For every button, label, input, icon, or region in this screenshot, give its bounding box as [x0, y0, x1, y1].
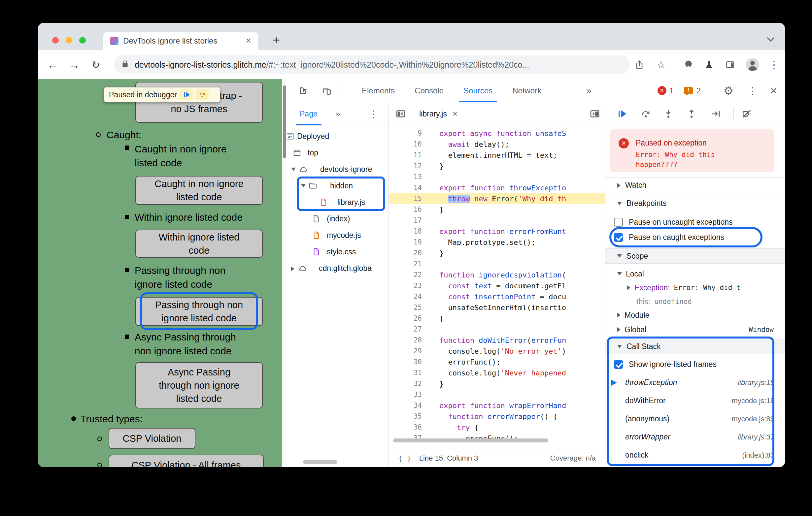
bookmark-star-icon[interactable]: ☆: [654, 50, 668, 79]
labs-flask-icon[interactable]: [702, 50, 716, 79]
code-line-36[interactable]: 36 try {: [389, 422, 605, 433]
line-number[interactable]: 26: [389, 313, 422, 324]
line-number[interactable]: 12: [389, 161, 422, 172]
line-number[interactable]: 29: [389, 346, 422, 357]
line-number[interactable]: 13: [389, 172, 422, 182]
file-tab-close-icon[interactable]: ✕: [452, 110, 458, 118]
callstack-frame-dowitherror[interactable]: doWithErrormycode.js:18: [605, 392, 785, 410]
pause-uncaught-exceptions-row[interactable]: Pause on uncaught exceptions: [605, 215, 785, 229]
collapse-navigator-icon[interactable]: [394, 107, 408, 121]
code-line-19[interactable]: 19 Map.prototype.set();: [389, 237, 605, 248]
code-line-22[interactable]: 22function ignoredcspviolation(: [389, 270, 605, 280]
device-toolbar-icon[interactable]: [320, 84, 334, 98]
code-line-17[interactable]: 17: [389, 215, 605, 226]
code-line-16[interactable]: 16}: [389, 204, 605, 215]
forward-button[interactable]: →: [67, 50, 82, 79]
page-button-within-ignore-listed-code[interactable]: Within ignore listedcode: [135, 230, 263, 258]
callstack-frame--anonymous-[interactable]: (anonymous)mycode.js:89: [605, 410, 785, 428]
navigator-hscrollbar-thumb[interactable]: [303, 460, 337, 464]
line-number[interactable]: 34: [389, 400, 422, 411]
line-number[interactable]: 23: [389, 280, 422, 291]
page-button-passing-through-non-ignore-listed-code[interactable]: Passing through nonignore listed code: [135, 297, 263, 326]
line-number[interactable]: 24: [389, 291, 422, 302]
code-line-33[interactable]: 33: [389, 389, 605, 400]
zoom-window-button[interactable]: [79, 37, 86, 43]
page-button-async-passing-through-non-ignore-listed-code[interactable]: Async Passingthrough non ignorelisted co…: [135, 362, 263, 408]
profile-avatar[interactable]: [745, 50, 760, 79]
close-window-button[interactable]: [52, 37, 59, 43]
page-button-csp-violation[interactable]: CSP Violation: [109, 428, 195, 449]
tree-item-style-css[interactable]: style.css: [287, 243, 388, 260]
page-scrollbar[interactable]: [282, 79, 287, 467]
line-number[interactable]: 19: [389, 237, 422, 248]
page-scrollbar-thumb[interactable]: [283, 86, 286, 158]
issue-count[interactable]: 2: [696, 79, 701, 102]
code-line-20[interactable]: 20}: [389, 248, 605, 259]
browser-tab[interactable]: DevTools ignore list stories ✕: [103, 32, 258, 50]
scope-module-row[interactable]: Module: [605, 308, 785, 322]
step-over-banner-button[interactable]: [196, 89, 209, 100]
scope-this-row[interactable]: this: undefined: [605, 295, 785, 308]
code-line-30[interactable]: 30 errorFunc();: [389, 357, 605, 367]
line-number[interactable]: 11: [389, 150, 422, 161]
reload-button[interactable]: ↻: [88, 50, 103, 79]
devtools-tab-network[interactable]: Network: [502, 79, 551, 102]
code-line-11[interactable]: 11 element.innerHTML = text;: [389, 150, 605, 161]
devtools-close-icon[interactable]: ✕: [766, 84, 781, 98]
tree-item-top[interactable]: top: [287, 145, 388, 161]
code-line-34[interactable]: 34export function wrapErrorHand: [389, 400, 605, 411]
line-number[interactable]: 27: [389, 324, 422, 335]
tree-item-devtools-ignore[interactable]: devtools-ignore: [287, 161, 388, 178]
settings-gear-icon[interactable]: ⚙: [721, 84, 736, 98]
line-number[interactable]: 28: [389, 335, 422, 346]
new-tab-button[interactable]: +: [269, 33, 284, 47]
editor-hscrollbar-thumb[interactable]: [393, 438, 548, 443]
line-number[interactable]: 14: [389, 182, 422, 193]
watch-section-header[interactable]: Watch: [605, 178, 785, 193]
step-out-button[interactable]: [684, 107, 699, 121]
issues-icon[interactable]: !: [684, 87, 693, 94]
devtools-tab-sources[interactable]: Sources: [454, 79, 502, 102]
code-line-15[interactable]: 15 throw new Error('Why did th: [389, 193, 605, 204]
minimize-window-button[interactable]: [66, 37, 72, 43]
pretty-print-braces-icon[interactable]: { }: [398, 454, 411, 462]
line-number[interactable]: 25: [389, 302, 422, 313]
show-ignore-listed-row[interactable]: Show ignore-listed frames: [605, 357, 785, 371]
devtools-tab-console[interactable]: Console: [405, 79, 454, 102]
inspect-element-icon[interactable]: [296, 84, 310, 98]
browser-menu-kebab-icon[interactable]: ⋮: [767, 50, 781, 79]
line-number[interactable]: 15: [389, 193, 422, 204]
code-line-14[interactable]: 14export function throwExceptio: [389, 182, 605, 193]
callstack-frame-onclick[interactable]: onclick(index):83: [605, 446, 785, 464]
resume-script-button[interactable]: [180, 89, 193, 100]
back-button[interactable]: ←: [46, 50, 60, 79]
code-line-27[interactable]: 27: [389, 324, 605, 335]
tree-item-library-js[interactable]: library.js: [287, 194, 388, 211]
tab-search-chevron-icon[interactable]: [768, 37, 775, 44]
line-number[interactable]: 21: [389, 259, 422, 270]
navigator-page-tab[interactable]: Page: [295, 102, 322, 125]
step-over-button[interactable]: [638, 107, 653, 121]
page-button-csp-violation-all-frames[interactable]: CSP Violation - All frames: [109, 455, 264, 467]
code-line-18[interactable]: 18export function errorFromRunt: [389, 226, 605, 237]
line-number[interactable]: 33: [389, 389, 422, 400]
step-into-button[interactable]: [661, 107, 676, 121]
tree-right-arrow-icon[interactable]: [291, 267, 294, 271]
scope-exception-row[interactable]: Exception: Error: Why did t: [605, 281, 785, 295]
scope-local-row[interactable]: Local: [605, 267, 785, 281]
devtools-menu-kebab-icon[interactable]: ⋮: [745, 84, 760, 98]
code-line-28[interactable]: 28function doWithError(errorFun: [389, 335, 605, 346]
code-line-26[interactable]: 26}: [389, 313, 605, 324]
tree-item--index-[interactable]: (index): [287, 211, 388, 227]
line-number[interactable]: 10: [389, 139, 422, 150]
line-number[interactable]: 36: [389, 422, 422, 433]
resume-execution-button[interactable]: [615, 107, 629, 121]
navigator-menu-kebab-icon[interactable]: ⋮: [367, 107, 381, 121]
tree-item-mycode-js[interactable]: mycode.js: [287, 227, 388, 243]
step-button[interactable]: [708, 107, 723, 121]
line-number[interactable]: 30: [389, 357, 422, 367]
line-number[interactable]: 35: [389, 411, 422, 422]
line-number[interactable]: 31: [389, 367, 422, 378]
code-line-21[interactable]: 21: [389, 259, 605, 270]
line-number[interactable]: 20: [389, 248, 422, 259]
